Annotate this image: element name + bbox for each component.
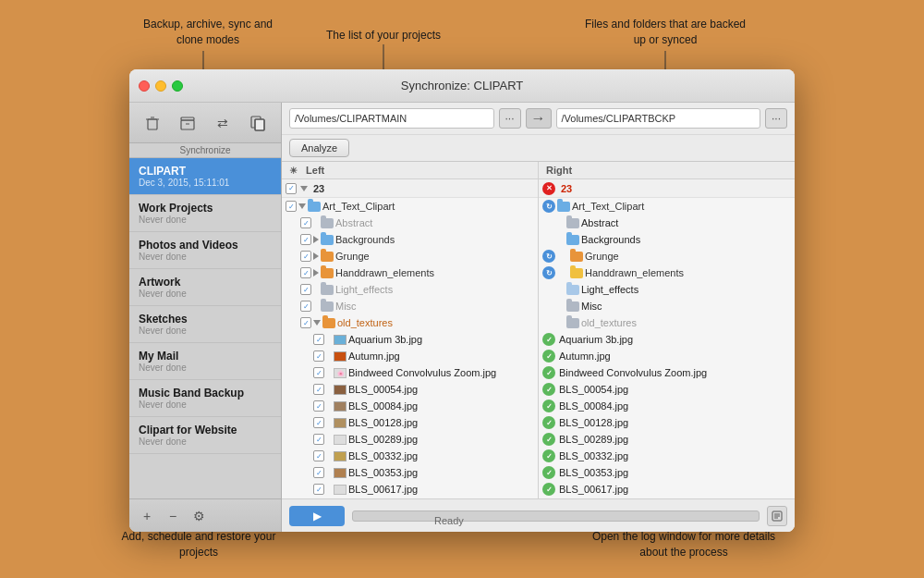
- remove-button[interactable]: −: [164, 508, 181, 524]
- sidebar-item-photos[interactable]: Photos and Videos Never done: [129, 232, 281, 269]
- list-item[interactable]: Grunge: [282, 248, 538, 264]
- list-item[interactable]: Autumn.jpg: [282, 348, 538, 364]
- list-item[interactable]: BLS_00084.jpg: [282, 398, 538, 414]
- list-item[interactable]: BLS_00353.jpg: [282, 464, 538, 481]
- file-thumbnail: [334, 418, 346, 428]
- start-sync-button[interactable]: ▶: [289, 506, 345, 526]
- file-thumbnail: [334, 435, 346, 445]
- list-item[interactable]: Abstract: [282, 215, 538, 231]
- list-item[interactable]: BLS_00128.jpg: [282, 414, 538, 431]
- file-checkbox[interactable]: [313, 434, 324, 445]
- file-name-label: Backgrounds: [581, 234, 791, 245]
- trash-icon[interactable]: [142, 113, 163, 133]
- expand-icon[interactable]: [313, 236, 319, 243]
- file-checkbox[interactable]: [313, 384, 324, 395]
- list-item[interactable]: Light_effects: [282, 281, 538, 298]
- list-item[interactable]: ✓ BLS_00332.jpg: [539, 448, 795, 464]
- right-path-dots-button[interactable]: ···: [765, 108, 787, 129]
- list-item[interactable]: Backgrounds: [539, 231, 795, 248]
- analyze-button[interactable]: Analyze: [289, 139, 349, 157]
- expand-icon[interactable]: [298, 203, 306, 209]
- sidebar-item-mail[interactable]: My Mail Never done: [129, 343, 281, 380]
- list-item[interactable]: Abstract: [539, 215, 795, 231]
- file-checkbox[interactable]: [286, 201, 297, 212]
- list-item[interactable]: old_textures: [282, 314, 538, 331]
- file-checkbox[interactable]: [313, 400, 324, 412]
- list-item[interactable]: BLS_00332.jpg: [282, 448, 538, 464]
- file-checkbox[interactable]: [313, 417, 324, 428]
- list-item[interactable]: ↻ Art_Text_Clipart: [539, 198, 795, 215]
- archive-icon[interactable]: [177, 113, 198, 133]
- sync-status-icon: ↻: [542, 266, 555, 279]
- list-item[interactable]: Misc: [539, 298, 795, 314]
- sidebar-item-sketches[interactable]: Sketches Never done: [129, 306, 281, 343]
- list-item[interactable]: 🌸 Bindweed Convolvulus Zoom.jpg: [282, 364, 538, 381]
- list-item[interactable]: BLS_00617.jpg: [282, 481, 538, 498]
- sidebar-item-clipart-website[interactable]: Clipart for Website Never done: [129, 417, 281, 454]
- sidebar-item-clipart[interactable]: CLIPART Dec 3, 2015, 15:11:01: [129, 158, 281, 195]
- left-root-checkbox[interactable]: [286, 183, 297, 194]
- left-panel-content: Art_Text_Clipart Abstract: [282, 198, 538, 498]
- list-item[interactable]: ✓ BLS_00084.jpg: [539, 398, 795, 414]
- list-item[interactable]: Misc: [282, 298, 538, 314]
- list-item[interactable]: ✓ BLS_00128.jpg: [539, 414, 795, 431]
- list-item[interactable]: ↻ Handdrawn_elements: [539, 264, 795, 281]
- maximize-button[interactable]: [172, 80, 183, 92]
- file-checkbox[interactable]: [313, 450, 324, 461]
- file-checkbox[interactable]: [300, 317, 311, 328]
- file-checkbox[interactable]: [313, 467, 324, 478]
- left-root-triangle[interactable]: [300, 186, 308, 191]
- clone-icon[interactable]: [248, 113, 268, 133]
- sync-status-icon: ✓: [542, 366, 555, 379]
- file-thumbnail: [334, 335, 346, 345]
- sidebar-item-work-projects[interactable]: Work Projects Never done: [129, 195, 281, 232]
- list-item[interactable]: BLS_00054.jpg: [282, 381, 538, 398]
- list-item[interactable]: ✓ BLS_00617.jpg: [539, 481, 795, 498]
- list-item[interactable]: Aquarium 3b.jpg: [282, 331, 538, 348]
- file-name-label: Bindweed Convolvulus Zoom.jpg: [559, 367, 791, 378]
- sync-status-icon: ✓: [542, 449, 555, 462]
- add-button[interactable]: +: [139, 508, 155, 524]
- list-item[interactable]: ✓ Bindweed Convolvulus Zoom.jpg: [539, 364, 795, 381]
- list-item[interactable]: ✓ Autumn.jpg: [539, 348, 795, 364]
- expand-icon[interactable]: [313, 320, 321, 326]
- close-button[interactable]: [139, 80, 150, 92]
- list-item[interactable]: old_textures: [539, 314, 795, 331]
- list-item[interactable]: BLS_00289.jpg: [282, 431, 538, 448]
- file-name-label: old_textures: [581, 317, 791, 328]
- log-button[interactable]: [767, 506, 787, 526]
- left-path-field[interactable]: /Volumes/CLIPARTMAIN: [289, 108, 494, 129]
- settings-button[interactable]: ⚙: [190, 508, 207, 524]
- file-checkbox[interactable]: [313, 484, 324, 495]
- list-item[interactable]: ✓ Aquarium 3b.jpg: [539, 331, 795, 348]
- expand-icon[interactable]: [313, 269, 319, 277]
- file-checkbox[interactable]: [300, 217, 311, 228]
- list-item[interactable]: ✓ BLS_00289.jpg: [539, 431, 795, 448]
- sync-icon[interactable]: ⇄: [213, 113, 233, 133]
- file-checkbox[interactable]: [300, 301, 311, 312]
- file-checkbox[interactable]: [313, 334, 324, 345]
- list-item[interactable]: Backgrounds: [282, 231, 538, 248]
- minimize-button[interactable]: [155, 80, 166, 92]
- sidebar-item-artwork[interactable]: Artwork Never done: [129, 269, 281, 306]
- sidebar-item-music[interactable]: Music Band Backup Never done: [129, 380, 281, 417]
- file-checkbox[interactable]: [300, 234, 311, 245]
- file-checkbox[interactable]: [313, 367, 324, 378]
- swap-paths-button[interactable]: →: [526, 108, 552, 129]
- list-item[interactable]: Handdrawn_elements: [282, 264, 538, 281]
- file-checkbox[interactable]: [300, 267, 311, 278]
- right-path-field[interactable]: /Volumes/CLIPARTBCKP: [556, 108, 761, 129]
- list-item[interactable]: ✓ BLS_00054.jpg: [539, 381, 795, 398]
- list-item[interactable]: ↻ Grunge: [539, 248, 795, 264]
- list-item[interactable]: Light_effects: [539, 281, 795, 298]
- list-item[interactable]: ✓ BLS_00353.jpg: [539, 464, 795, 481]
- file-name-label: Grunge: [335, 251, 534, 262]
- file-checkbox[interactable]: [300, 284, 311, 295]
- list-item[interactable]: Art_Text_Clipart: [282, 198, 538, 215]
- sidebar-item-date: Never done: [139, 437, 272, 447]
- file-checkbox[interactable]: [313, 350, 324, 362]
- expand-icon[interactable]: [313, 252, 319, 260]
- folder-icon: [321, 235, 334, 245]
- file-checkbox[interactable]: [300, 251, 311, 262]
- left-path-dots-button[interactable]: ···: [499, 108, 521, 129]
